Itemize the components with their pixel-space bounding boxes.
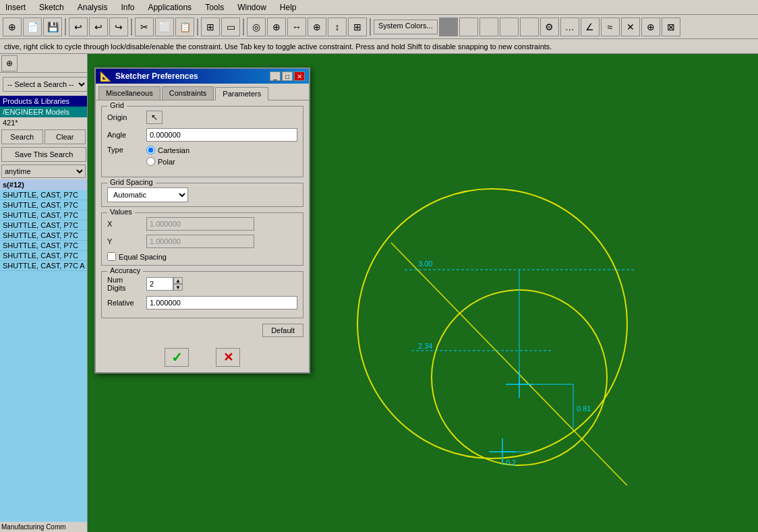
save-search-button[interactable]: Save This Search — [1, 147, 86, 162]
cartesian-radio[interactable] — [146, 146, 155, 154]
toolbar-btn-extra1[interactable]: ∠ — [581, 18, 600, 36]
angle-input[interactable] — [146, 128, 297, 142]
sep-3 — [197, 18, 198, 36]
system-colors-label[interactable]: System Colors... — [374, 20, 438, 34]
select-search[interactable]: -- Select a Search -- — [3, 77, 88, 92]
toolbar-btn-more[interactable]: … — [560, 18, 579, 36]
toolbar-btn-3[interactable]: 💾 — [43, 18, 62, 36]
dialog-minimize-btn[interactable]: _ — [270, 71, 281, 81]
toolbar-paste[interactable]: 📋 — [175, 18, 194, 36]
toolbar-btn-9[interactable]: ↕ — [328, 18, 347, 36]
toolbar-color-1[interactable] — [439, 18, 458, 36]
toolbar-redo[interactable]: ↪ — [109, 18, 128, 36]
values-legend: Values — [107, 208, 135, 216]
values-fieldset: Values X Y Equal Spacing — [101, 212, 303, 266]
tab-parameters[interactable]: Parameters — [215, 87, 268, 100]
type-row: Type Cartesian Polar — [107, 146, 297, 169]
sidebar-search-clear-row: Search Clear — [1, 129, 86, 144]
toolbar-btn-settings[interactable]: ⚙ — [540, 18, 559, 36]
main-area: ⊕ -- Select a Search -- Products & Libra… — [0, 54, 758, 532]
dialog-maximize-btn[interactable]: □ — [282, 71, 293, 81]
spinner-up[interactable]: ▲ — [173, 277, 183, 284]
sidebar-icon-1[interactable]: ⊕ — [1, 55, 18, 71]
menu-sketch[interactable]: Sketch — [36, 1, 67, 13]
x-row: X — [107, 217, 297, 231]
dialog-close-btn[interactable]: ✕ — [294, 71, 305, 81]
toolbar-btn-2[interactable]: 📄 — [23, 18, 42, 36]
toolbar-btn-10[interactable]: ⊞ — [348, 18, 367, 36]
list-item-7[interactable]: SHUTTLE, CAST, P7C — [0, 251, 87, 261]
toolbar-color-2[interactable] — [459, 18, 478, 36]
search-button[interactable]: Search — [1, 129, 43, 144]
menu-insert[interactable]: Insert — [3, 1, 28, 13]
toolbar-btn-extra4[interactable]: ⊕ — [641, 18, 660, 36]
list-item-5[interactable]: SHUTTLE, CAST, P7C — [0, 231, 87, 241]
toolbar-btn-1[interactable]: ⊕ — [3, 18, 22, 36]
menu-analysis[interactable]: Analysis — [75, 1, 111, 13]
toolbar-undo2[interactable]: ↩ — [89, 18, 108, 36]
y-label: Y — [107, 237, 141, 245]
toolbar-color-4[interactable] — [500, 18, 519, 36]
toolbar-btn-rect[interactable]: ▭ — [221, 18, 240, 36]
toolbar-btn-5[interactable]: ◎ — [247, 18, 266, 36]
polar-radio[interactable] — [146, 157, 155, 166]
ok-button[interactable]: ✓ — [165, 348, 189, 367]
menu-window[interactable]: Window — [235, 1, 269, 13]
list-item-6[interactable]: SHUTTLE, CAST, P7C — [0, 241, 87, 251]
toolbar-btn-grid[interactable]: ⊞ — [201, 18, 220, 36]
sidebar-engineer-models[interactable]: /ENGINEER Models — [0, 107, 87, 117]
grid-spacing-select[interactable]: Automatic Manual — [107, 187, 188, 202]
default-button[interactable]: Default — [262, 324, 303, 337]
menu-tools[interactable]: Tools — [202, 1, 227, 13]
toolbar-btn-extra3[interactable]: ✕ — [621, 18, 640, 36]
clear-button[interactable]: Clear — [45, 129, 86, 144]
sidebar-products-libraries[interactable]: Products & Libraries — [0, 96, 87, 107]
tab-constraints[interactable]: Constraints — [162, 86, 214, 100]
menu-applications[interactable]: Applications — [145, 1, 194, 13]
relative-input[interactable] — [146, 296, 297, 309]
svg-text:3.00: 3.00 — [418, 260, 432, 268]
spinner-down[interactable]: ▼ — [173, 284, 183, 291]
relative-label: Relative — [107, 299, 141, 307]
list-item-3[interactable]: SHUTTLE, CAST, P7C — [0, 210, 87, 220]
toolbar-btn-7[interactable]: ↔ — [287, 18, 306, 36]
status-text: ctive, right click to cycle through lock… — [4, 42, 552, 51]
toolbar-btn-extra5[interactable]: ⊠ — [662, 18, 680, 36]
grid-spacing-fieldset: Grid Spacing Automatic Manual — [101, 183, 303, 207]
equal-spacing-label: Equal Spacing — [119, 253, 167, 261]
num-digits-spinner: ▲ ▼ — [146, 277, 183, 291]
xmark-icon: ✕ — [223, 350, 233, 365]
toolbar-btn-8[interactable]: ⊕ — [308, 18, 326, 36]
checkmark-icon: ✓ — [171, 349, 183, 365]
menu-help[interactable]: Help — [277, 1, 299, 13]
y-input[interactable] — [146, 235, 254, 248]
origin-button[interactable]: ↖ — [146, 111, 163, 124]
sidebar-421[interactable]: 421* — [0, 117, 87, 128]
list-item-4[interactable]: SHUTTLE, CAST, P7C — [0, 220, 87, 231]
sidebar-icon-bar: ⊕ — [0, 54, 87, 73]
num-digits-input[interactable] — [146, 277, 173, 291]
toolbar-btn-extra2[interactable]: ≈ — [601, 18, 620, 36]
toolbar-btn-6[interactable]: ⊕ — [267, 18, 286, 36]
cancel-button[interactable]: ✕ — [216, 348, 240, 367]
svg-text:0.2: 0.2 — [506, 459, 516, 467]
x-input[interactable] — [146, 217, 254, 231]
list-item-2[interactable]: SHUTTLE, CAST, P7C — [0, 200, 87, 210]
cartesian-label: Cartesian — [158, 146, 190, 154]
num-digits-row: Num Digits ▲ ▼ — [107, 276, 297, 292]
cartesian-row: Cartesian — [146, 146, 190, 154]
toolbar-undo[interactable]: ↩ — [69, 18, 88, 36]
toolbar-color-5[interactable] — [520, 18, 539, 36]
tab-miscellaneous[interactable]: Miscellaneous — [98, 86, 161, 100]
menu-info[interactable]: Info — [118, 1, 137, 13]
anytime-select[interactable]: anytime — [1, 165, 86, 178]
list-item-1[interactable]: SHUTTLE, CAST, P7C — [0, 190, 87, 200]
toolbar-cut[interactable]: ✂ — [135, 18, 154, 36]
type-label: Type — [107, 146, 141, 154]
list-item-8[interactable]: SHUTTLE, CAST, P7C A — [0, 261, 87, 271]
toolbar-color-3[interactable] — [479, 18, 498, 36]
num-digits-label: Num Digits — [107, 276, 141, 292]
grid-spacing-legend: Grid Spacing — [107, 178, 156, 186]
equal-spacing-checkbox[interactable] — [107, 252, 116, 261]
toolbar-copy[interactable]: ⬜ — [155, 18, 174, 36]
